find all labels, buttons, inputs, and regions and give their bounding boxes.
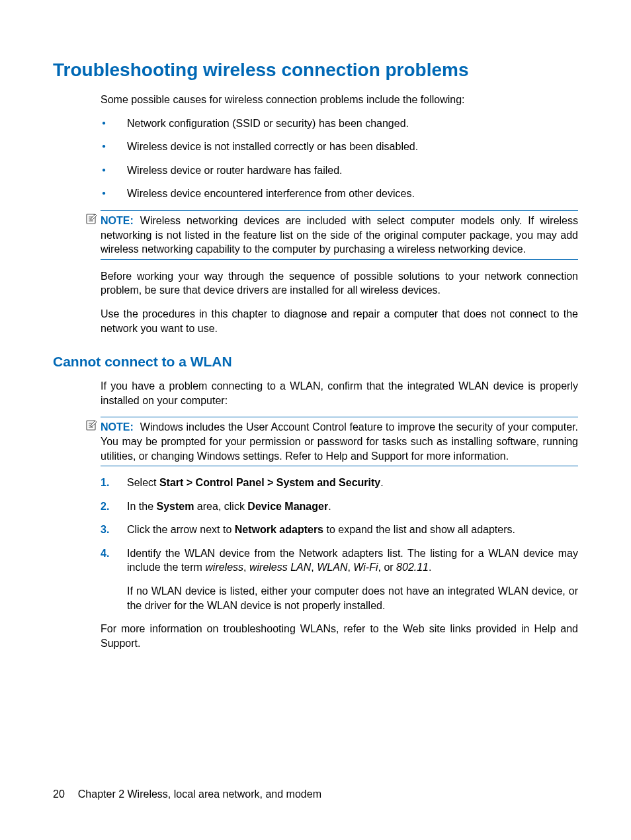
note-block: NOTE:Windows includes the User Account C… bbox=[87, 417, 578, 466]
chapter-label: Chapter 2 Wireless, local area network, … bbox=[78, 788, 321, 800]
step-italic: WLAN bbox=[317, 562, 347, 573]
heading-main: Troubleshooting wireless connection prob… bbox=[53, 60, 578, 81]
heading-sub: Cannot connect to a WLAN bbox=[53, 354, 578, 370]
paragraph: Use the procedures in this chapter to di… bbox=[101, 307, 578, 335]
step-item: 3. Click the arrow next to Network adapt… bbox=[101, 523, 578, 537]
note-body: NOTE:Windows includes the User Account C… bbox=[101, 417, 578, 466]
note-body: NOTE:Wireless networking devices are inc… bbox=[101, 210, 578, 260]
step-bold: Start > Control Panel > System and Secur… bbox=[159, 477, 380, 488]
list-item: Wireless device is not installed correct… bbox=[101, 140, 578, 154]
note-icon bbox=[85, 213, 97, 225]
note-block: NOTE:Wireless networking devices are inc… bbox=[87, 210, 578, 260]
numbered-steps: 1. Select Start > Control Panel > System… bbox=[101, 476, 578, 612]
step-text: , bbox=[243, 562, 249, 573]
step-bold: Device Manager bbox=[247, 501, 328, 512]
step-number: 3. bbox=[101, 523, 109, 537]
step-italic: 802.11 bbox=[396, 562, 429, 573]
step-text: . bbox=[429, 562, 431, 573]
step-text: . bbox=[328, 501, 331, 512]
step-item: 4. Identify the WLAN device from the Net… bbox=[101, 546, 578, 612]
bullet-list-causes: Network configuration (SSID or security)… bbox=[101, 116, 578, 201]
paragraph: Before working your way through the sequ… bbox=[101, 269, 578, 298]
step-number: 2. bbox=[101, 499, 109, 514]
document-page: Troubleshooting wireless connection prob… bbox=[0, 0, 631, 840]
step-text: , bbox=[311, 562, 317, 573]
step-number: 1. bbox=[101, 476, 109, 490]
step-text: Click the arrow next to bbox=[127, 524, 235, 535]
note-label: NOTE: bbox=[101, 421, 134, 433]
step-italic: wireless LAN bbox=[249, 562, 311, 573]
intro-text: If you have a problem connecting to a WL… bbox=[101, 379, 578, 407]
step-item: 2. In the System area, click Device Mana… bbox=[101, 499, 578, 514]
note-text: Wireless networking devices are included… bbox=[101, 215, 578, 255]
list-item: Wireless device encountered interference… bbox=[101, 187, 578, 201]
page-footer: 20Chapter 2 Wireless, local area network… bbox=[53, 788, 321, 800]
note-icon bbox=[85, 419, 97, 431]
paragraph: For more information on troubleshooting … bbox=[101, 622, 578, 650]
note-label: NOTE: bbox=[101, 215, 134, 226]
step-text: area, click bbox=[194, 501, 247, 512]
page-number: 20 bbox=[53, 788, 65, 800]
intro-text: Some possible causes for wireless connec… bbox=[101, 93, 578, 107]
step-italic: Wi-Fi bbox=[353, 562, 378, 573]
note-text: Windows includes the User Account Contro… bbox=[101, 421, 578, 461]
step-text: In the bbox=[127, 501, 156, 512]
list-item: Wireless device or router hardware has f… bbox=[101, 163, 578, 178]
list-item: Network configuration (SSID or security)… bbox=[101, 116, 578, 131]
step-bold: System bbox=[156, 501, 194, 512]
step-text: . bbox=[380, 477, 383, 488]
step-sub-paragraph: If no WLAN device is listed, either your… bbox=[127, 584, 578, 612]
step-number: 4. bbox=[101, 546, 109, 561]
step-text: to expand the list and show all adapters… bbox=[323, 524, 515, 535]
step-text: Select bbox=[127, 477, 159, 488]
step-item: 1. Select Start > Control Panel > System… bbox=[101, 476, 578, 490]
step-text: , or bbox=[378, 562, 397, 573]
step-text: , bbox=[347, 562, 353, 573]
step-italic: wireless bbox=[205, 562, 243, 573]
step-bold: Network adapters bbox=[235, 524, 323, 535]
